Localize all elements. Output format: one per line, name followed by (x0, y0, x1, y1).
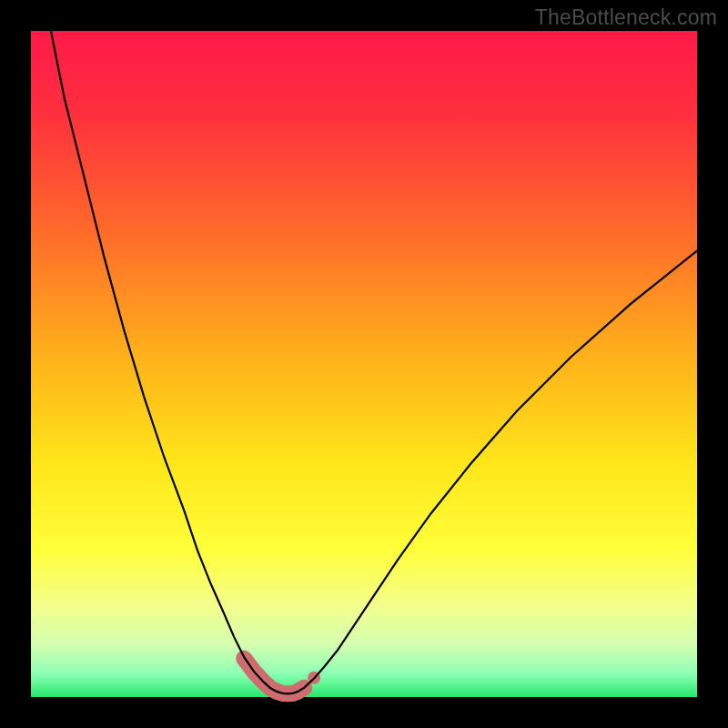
watermark-text: TheBottleneck.com (535, 5, 717, 30)
floor-marker (244, 659, 304, 694)
plot-area (31, 31, 697, 697)
chart-frame: TheBottleneck.com (0, 0, 728, 728)
curve-layer (31, 31, 697, 697)
bottleneck-curve (51, 31, 697, 693)
